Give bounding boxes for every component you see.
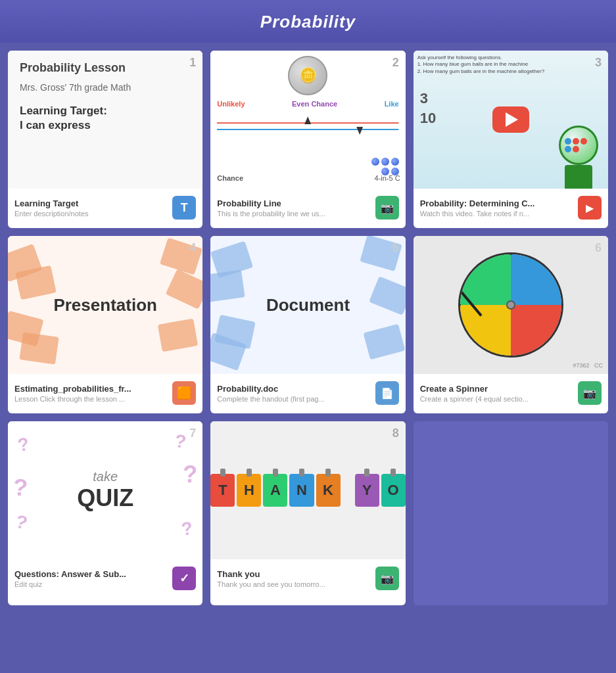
card-8-number: 8	[392, 427, 399, 440]
ty-clip-N	[299, 469, 304, 476]
play-triangle-icon	[506, 112, 518, 127]
forin5-label: 4-in-5 C	[375, 174, 400, 182]
card-8-footer: Thank you Thank you and see you tomorro.…	[210, 559, 405, 599]
prob-labels: Unlikely Even Chance Like	[210, 100, 405, 108]
quiz-quiz-label: QUIZ	[77, 484, 133, 512]
ty-letter-T: T	[210, 474, 235, 507]
svg-marker-2	[305, 116, 312, 124]
ty-letter-Y: Y	[355, 474, 379, 507]
card-1: 1 Probability Lesson Mrs. Gross' 7th gra…	[8, 51, 202, 228]
card-3-number: 3	[595, 56, 602, 70]
card-6-title: Create a Spinner	[420, 384, 573, 394]
spinner-center	[506, 300, 515, 310]
card-6-desc: Create a spinner (4 equal sectio...	[420, 395, 573, 403]
card-1-main-title: Probability Lesson	[20, 61, 191, 75]
card-1-number: 1	[189, 56, 196, 70]
card-5: 5 Document Probability.doc Complete the …	[210, 236, 405, 413]
card-8-action-btn[interactable]: 📷	[375, 567, 399, 590]
spinner-wheel	[458, 252, 563, 358]
doc-icon: 📄	[381, 387, 394, 400]
card-7-action-btn[interactable]: ✓	[172, 567, 196, 590]
card-7-thumbnail: 7 ? ? ? ? ? ? take QUIZ	[8, 421, 202, 559]
card-2-footer-text: Probability Line This is the probability…	[217, 198, 369, 218]
card-3-title: Probability: Determining C...	[420, 198, 573, 208]
card-5-number: 5	[392, 241, 399, 255]
card-2-thumbnail: 2 🪙 Unlikely Even Chance Like	[210, 51, 405, 189]
ty-clip-O	[391, 469, 396, 476]
card-3-desc: Watch this video. Take notes if n...	[420, 210, 573, 218]
card-2-action-btn[interactable]: 📷	[375, 196, 399, 220]
card-1-learning: Learning Target:I can express	[20, 104, 191, 133]
card-6-number: 6	[595, 241, 602, 255]
ty-clip-K	[325, 469, 331, 476]
card-2-title: Probability Line	[217, 198, 369, 208]
card-6-footer: Create a Spinner Create a spinner (4 equ…	[414, 374, 608, 413]
label-unlikely: Unlikely	[217, 100, 245, 108]
card-7-desc: Edit quiz	[14, 580, 167, 588]
card-3-thumbnail: 3 Ask yourself the following questions. …	[414, 51, 608, 189]
card-1-footer: Learning Target Enter description/notes …	[8, 189, 202, 228]
card-4-footer-text: Estimating_probabilities_fr... Lesson Cl…	[14, 384, 167, 403]
card-7-footer-text: Questions: Answer & Sub... Edit quiz	[14, 569, 167, 588]
card-6-thumbnail: 6 #7362 CC	[414, 236, 608, 374]
play-button-large[interactable]	[492, 106, 529, 133]
card-5-label: Document	[266, 295, 350, 315]
ty-space	[343, 490, 353, 491]
thankyou-display: T H A N K	[210, 421, 405, 559]
card-8-thumbnail: 8 T H A N	[210, 421, 405, 559]
card-1-action-btn[interactable]: T	[172, 196, 196, 220]
card-6-footer-text: Create a Spinner Create a spinner (4 equ…	[420, 384, 573, 403]
ty-clip-T	[220, 469, 225, 476]
card-1-footer-text: Learning Target Enter description/notes	[14, 198, 167, 218]
prob-line-svg	[210, 110, 405, 149]
ty-letter-O: O	[381, 474, 406, 507]
card-8-desc: Thank you and see you tomorro...	[217, 580, 369, 588]
qmark-6: ?	[183, 461, 197, 488]
card-6-action-btn[interactable]: 📷	[578, 381, 602, 405]
prob-line-container: 🪙 Unlikely Even Chance Like	[210, 51, 405, 189]
video-play-overlay[interactable]	[414, 51, 608, 189]
card-2-number: 2	[392, 56, 399, 70]
ty-clip-H	[247, 469, 252, 476]
card-9-empty	[414, 421, 608, 605]
card-4: 4 Presentation Estimating_probabilities_…	[8, 236, 202, 413]
card-7: 7 ? ? ? ? ? ? take QUIZ Questions: Answe…	[8, 421, 202, 605]
qmark-5: ?	[12, 473, 29, 502]
header: Probability	[0, 0, 616, 43]
card-6: 6 #7362 CC Create a Spinner Create a spi…	[414, 236, 608, 413]
card-2: 2 🪙 Unlikely Even Chance Like	[210, 51, 405, 228]
coin-icon: 🪙	[288, 56, 327, 95]
card-7-number: 7	[189, 427, 196, 440]
card-2-footer: Probability Line This is the probability…	[210, 189, 405, 228]
card-1-desc: Enter description/notes	[14, 210, 167, 218]
spinner-attribution: #7362 CC	[573, 362, 603, 369]
play-icon: ▶	[586, 202, 594, 214]
card-4-footer: Estimating_probabilities_fr... Lesson Cl…	[8, 374, 202, 413]
svg-marker-3	[357, 127, 364, 135]
label-even: Even Chance	[292, 100, 337, 108]
page-title: Probability	[0, 12, 616, 32]
card-2-desc: This is the probability line we us...	[217, 210, 369, 218]
camera-icon: 📷	[381, 202, 394, 214]
camera-icon-6: 📷	[583, 387, 596, 400]
ty-letter-K: K	[316, 474, 341, 507]
camera-icon-8: 📷	[381, 572, 394, 585]
chance-label: Chance	[217, 174, 243, 182]
card-7-title: Questions: Answer & Sub...	[14, 569, 167, 579]
ty-letter-N: N	[289, 474, 314, 507]
quiz-text: take QUIZ	[77, 469, 133, 512]
card-4-label: Presentation	[53, 295, 157, 315]
label-likely: Like	[385, 100, 399, 108]
card-5-action-btn[interactable]: 📄	[375, 381, 399, 405]
card-1-title: Learning Target	[14, 198, 167, 208]
card-5-thumbnail: 5 Document	[210, 236, 405, 374]
qmark-3: ?	[13, 511, 30, 534]
card-4-action-btn[interactable]: 🟧	[172, 381, 196, 405]
page-wrapper: Probability 1 Probability Lesson Mrs. Gr…	[0, 0, 616, 613]
check-icon: ✓	[179, 571, 189, 586]
card-5-footer-text: Probability.doc Complete the handout (fi…	[217, 384, 369, 403]
card-3-footer: Probability: Determining C... Watch this…	[414, 189, 608, 228]
card-3-action-btn[interactable]: ▶	[578, 196, 602, 220]
card-4-thumbnail: 4 Presentation	[8, 236, 202, 374]
card-5-title: Probability.doc	[217, 384, 369, 394]
